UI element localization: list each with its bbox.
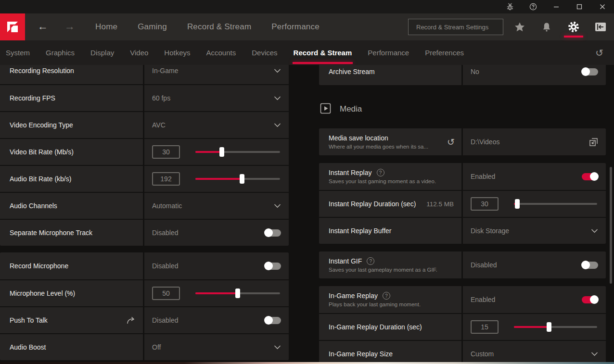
tab-display[interactable]: Display [90,40,114,65]
tab-system[interactable]: System [6,40,30,65]
slider-in-game-replay-duration-sec[interactable] [514,322,597,332]
favorites-star-icon[interactable] [506,13,533,40]
settings-group: Instant Replay?Saves your last gaming mo… [319,163,606,244]
settings-gear-icon[interactable] [560,13,587,40]
toggle-switch[interactable] [265,229,281,237]
navbar-icons [506,13,614,40]
restore-defaults-icon[interactable]: ↺ [595,48,614,58]
help-icon[interactable] [529,3,537,11]
panel-toggle-icon[interactable] [587,13,614,40]
tab-video[interactable]: Video [130,40,148,65]
toggle-switch[interactable] [582,173,598,180]
back-arrow-icon[interactable]: ← [38,21,48,33]
slider-handle[interactable] [235,289,240,298]
tab-graphics[interactable]: Graphics [46,40,75,65]
settings-row: In-Game Replay?Plays back your last gami… [319,286,606,313]
setting-label: Video Bit Rate (Mb/s) [10,148,74,156]
value-input[interactable]: 15 [471,320,499,334]
amd-adrenalin-window: ← → Home Gaming Record & Stream Performa… [0,0,614,364]
amd-logo-icon[interactable] [0,13,25,40]
help-circle-icon[interactable]: ? [367,257,374,265]
dropdown-video-encoding-type[interactable]: AVC [144,112,289,138]
forward-arrow-icon[interactable]: → [64,21,75,33]
setting-label-cell: Video Bit Rate (Mb/s) [0,139,144,165]
tab-hotkeys[interactable]: Hotkeys [164,40,190,65]
toggle-switch[interactable] [582,262,598,269]
setting-label: Record Microphone [10,262,68,270]
setting-label: Recording FPS [10,94,55,102]
dropdown-in-game-replay-size[interactable]: Custom [463,341,606,362]
slider-handle[interactable] [240,174,244,184]
slider-instant-replay-duration-sec[interactable] [514,199,597,209]
value-input[interactable]: 192 [152,172,180,186]
setting-label-cell: Audio Channels [0,193,144,219]
toggle-switch[interactable] [265,263,281,270]
toggle-switch[interactable] [582,68,598,75]
tab-record-stream[interactable]: Record & Stream [294,40,352,65]
minimize-icon[interactable] [552,3,560,11]
settings-group: Archive StreamNo [319,65,606,85]
slider-track [514,203,597,205]
settings-row: Media save locationWhere all your media … [319,128,606,155]
setting-label-cell: Microphone Level (%) [0,280,144,306]
dropdown-recording-resolution[interactable]: In-Game [144,65,289,84]
toggle-switch[interactable] [582,296,598,303]
slider-video-bit-rate-mb-s[interactable] [195,147,280,157]
nav-item-record-stream[interactable]: Record & Stream [187,22,251,32]
close-icon[interactable] [599,3,606,11]
share-arrow-icon[interactable] [127,316,136,325]
browse-location-icon[interactable] [589,138,598,147]
slider-microphone-level[interactable] [195,289,280,298]
slider-handle[interactable] [547,322,551,332]
dropdown-instant-replay-buffer[interactable]: Disk Storage [463,218,606,244]
help-circle-icon[interactable]: ? [377,169,384,176]
value-input[interactable]: 30 [152,145,180,159]
value-input[interactable]: 50 [152,287,180,300]
setting-label: In-Game Replay Size [329,350,393,358]
toggle-switch[interactable] [265,317,281,324]
setting-label-cell: Video Encoding Type [0,112,144,138]
setting-label: In-Game Replay [329,292,378,300]
settings-column-right: Archive StreamNoMediaMedia save location… [319,65,606,362]
setting-description: Where all your media goes when its sa... [329,144,428,150]
help-circle-icon[interactable]: ? [383,292,390,300]
search-input[interactable]: Record & Stream Settings [408,19,503,35]
tab-performance[interactable]: Performance [368,40,409,65]
slider-handle[interactable] [219,147,224,157]
toggle-cell-separate-microphone-track: Disabled [144,220,289,246]
dropdown-value: Disk Storage [471,227,509,235]
path-value: D:\Videos [471,138,499,146]
toggle-state-label: Enabled [471,173,495,180]
slider-audio-bit-rate-kb-s[interactable] [195,174,280,184]
dropdown-audio-channels[interactable]: Automatic [144,193,289,219]
settings-tabbar: SystemGraphicsDisplayVideoHotkeysAccount… [0,40,614,65]
settings-group: In-Game Replay?Plays back your last gami… [319,286,606,362]
notifications-bell-icon[interactable] [533,13,560,40]
value-input[interactable]: 30 [471,197,499,211]
chevron-down-icon [274,123,281,127]
settings-row: Instant GIF?Saves your last gameplay mom… [319,251,606,278]
tab-devices[interactable]: Devices [252,40,277,65]
slider-handle[interactable] [515,199,520,209]
maximize-icon[interactable] [576,3,583,11]
settings-row: Microphone Level (%)50 [0,279,289,306]
nav-item-home[interactable]: Home [95,22,117,32]
dropdown-value: AVC [152,121,166,129]
path-cell-media-save-location: D:\Videos [463,128,606,155]
slider-fill [195,292,238,294]
nav-item-gaming[interactable]: Gaming [138,22,167,32]
dropdown-audio-boost[interactable]: Off [144,334,289,360]
toggle-knob [264,316,273,325]
tab-preferences[interactable]: Preferences [425,40,464,65]
nav-item-performance[interactable]: Performance [271,22,320,32]
bug-report-icon[interactable] [506,3,514,11]
chevron-down-icon [274,204,281,208]
slider-cell-microphone-level: 50 [144,280,289,306]
settings-row: Video Bit Rate (Mb/s)30 [0,138,289,165]
dropdown-value: Automatic [152,202,182,210]
setting-label: Archive Stream [329,68,375,75]
scrollbar-thumb[interactable] [610,167,612,284]
dropdown-recording-fps[interactable]: 60 fps [144,85,289,111]
tab-accounts[interactable]: Accounts [206,40,236,65]
reset-icon[interactable]: ↺ [447,138,455,147]
